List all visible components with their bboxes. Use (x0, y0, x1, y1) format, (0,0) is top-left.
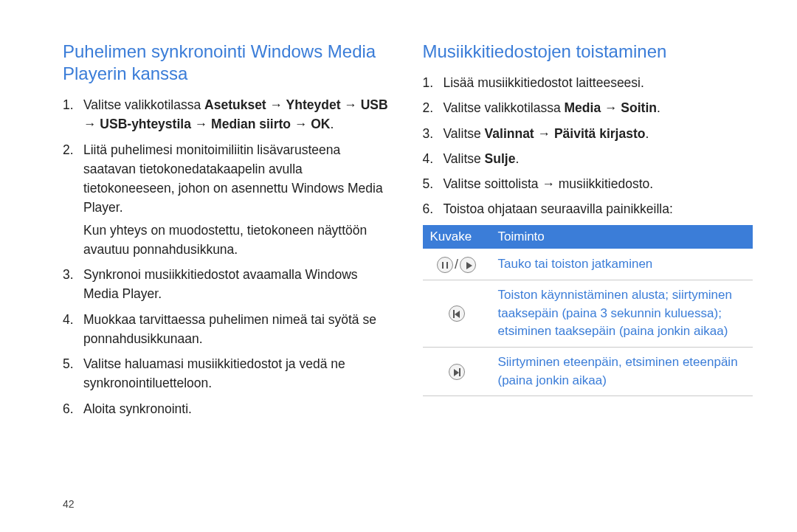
table-row: / Tauko tai toiston jatkaminen (423, 249, 753, 280)
slash: / (455, 257, 458, 272)
left-item-3: Synkronoi musiikkitiedostot avaamalla Wi… (63, 265, 393, 304)
func-cell: Siirtyminen eteenpäin, etsiminen eteenpä… (491, 348, 753, 396)
right-heading: Musiikkitiedostojen toistaminen (423, 41, 753, 63)
play-icon (460, 257, 476, 273)
table-row: Toiston käynnistäminen alusta; siirtymin… (423, 280, 753, 348)
icon-cell (423, 280, 491, 348)
pause-icon (437, 257, 453, 273)
table-head-icon: Kuvake (423, 225, 491, 249)
table-row: Siirtyminen eteenpäin, etsiminen eteenpä… (423, 348, 753, 396)
sub-text: Kun yhteys on muodostettu, tietokoneen n… (83, 221, 393, 260)
controls-table: Kuvake Toiminto / Tauko tai toiston jatk… (423, 225, 753, 397)
text: . (657, 100, 660, 115)
text: . (515, 151, 519, 166)
left-list: Valitse valikkotilassa Asetukset → Yhtey… (63, 95, 393, 418)
text: . (331, 117, 334, 131)
icon-cell: / (423, 249, 491, 280)
right-item-1: Lisää musiikkitiedostot laitteeseesi. (423, 73, 753, 92)
left-item-2: Liitä puhelimesi monitoimiliitin lisävar… (63, 140, 393, 260)
right-item-5: Valitse soittolista → musiikkitiedosto. (423, 174, 753, 193)
right-item-3: Valitse Valinnat → Päivitä kirjasto. (423, 124, 753, 143)
page-number: 42 (63, 498, 75, 510)
left-item-4: Muokkaa tarvittaessa puhelimen nimeä tai… (63, 310, 393, 349)
bold-text: Valinnat → Päivitä kirjasto (485, 126, 646, 141)
left-column: Puhelimen synkronointi Windows Media Pla… (63, 41, 393, 424)
skip-forward-icon (449, 364, 465, 380)
left-item-6: Aloita synkronointi. (63, 399, 393, 418)
text: Valitse (444, 151, 485, 166)
bold-text: Media → Soitin (565, 100, 657, 115)
right-item-6: Toistoa ohjataan seuraavilla painikkeill… (423, 199, 753, 218)
page-content: Puhelimen synkronointi Windows Media Pla… (0, 0, 797, 439)
left-item-5: Valitse haluamasi musiikkitiedostot ja v… (63, 354, 393, 393)
right-column: Musiikkitiedostojen toistaminen Lisää mu… (423, 41, 753, 424)
text: Liitä puhelimesi monitoimiliitin lisävar… (83, 142, 383, 215)
text: Valitse (444, 126, 485, 141)
bold-text: Sulje (485, 151, 516, 166)
right-list: Lisää musiikkitiedostot laitteeseesi. Va… (423, 73, 753, 219)
text: Valitse valikkotilassa (444, 100, 565, 115)
left-item-1: Valitse valikkotilassa Asetukset → Yhtey… (63, 95, 393, 134)
left-heading: Puhelimen synkronointi Windows Media Pla… (63, 41, 393, 85)
right-item-4: Valitse Sulje. (423, 149, 753, 168)
skip-back-icon (449, 305, 465, 322)
right-item-2: Valitse valikkotilassa Media → Soitin. (423, 98, 753, 117)
table-head-func: Toiminto (491, 225, 753, 249)
func-cell: Tauko tai toiston jatkaminen (491, 249, 753, 280)
text: Valitse valikkotilassa (83, 97, 204, 112)
func-cell: Toiston käynnistäminen alusta; siirtymin… (491, 280, 753, 348)
icon-cell (423, 348, 491, 396)
text: . (645, 126, 649, 141)
